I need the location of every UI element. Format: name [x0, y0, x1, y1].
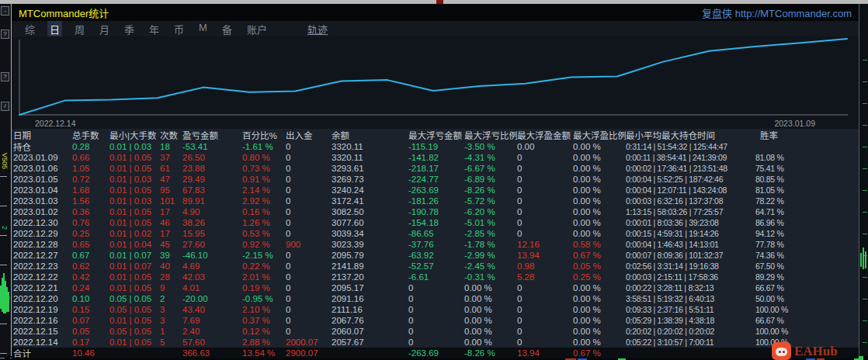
brand-link[interactable]: 复盘侠 http://MTCommander.com	[702, 5, 852, 20]
cell: -154.18	[408, 218, 464, 227]
table-row[interactable]: 2022.12.290.250.01 | 0.021715.950.53 %03…	[12, 228, 859, 239]
cell: 0	[517, 283, 573, 292]
cell: -37.76	[408, 240, 464, 249]
cell: 0.00 %	[573, 305, 626, 314]
cell: 0	[286, 305, 332, 314]
cell: 0.10	[72, 294, 109, 303]
table-row[interactable]: 2022.12.280.650.01 | 0.044527.600.92 %90…	[12, 239, 859, 250]
cell: 0	[286, 294, 332, 303]
table-row[interactable]: 2023.01.041.680.01 | 0.059567.832.14 %03…	[12, 185, 859, 196]
tab-日[interactable]: 日	[47, 21, 62, 37]
total-row-host: 合计10.46366.6313.54 %2900.07-263.69-8.26 …	[12, 348, 859, 358]
cell: 0.22 %	[242, 261, 286, 271]
cell-date: 持仓	[13, 140, 72, 153]
cell: 0.00 %	[464, 294, 517, 303]
background-toolbar-icon: -	[1, 6, 9, 16]
table-row[interactable]: 2022.12.270.670.01 | 0.0739-46.10-2.15 %…	[12, 250, 859, 261]
table-row[interactable]: 2022.12.160.070.01 | 0.0537.690.37 %0206…	[12, 315, 859, 326]
cell: 3240.24	[332, 185, 408, 195]
cell-date: 2023.01.04	[13, 185, 72, 195]
tab-周[interactable]: 周	[72, 21, 87, 37]
table-row[interactable]: 2022.12.220.420.01 | 0.052842.032.01 %02…	[12, 272, 859, 282]
cell: 4.69	[182, 261, 242, 271]
cell: 2095.79	[332, 251, 408, 260]
background-window-right-strip	[859, 4, 868, 360]
cell: 2.14 %	[242, 185, 286, 195]
table-row[interactable]: 2022.12.300.760.01 | 0.054638.261.26 %03…	[12, 217, 859, 228]
cell: 0.01 | 0.02	[109, 229, 160, 238]
tab-M[interactable]: M	[196, 21, 210, 37]
cell: 45	[160, 240, 182, 249]
tab-月[interactable]: 月	[97, 21, 112, 37]
cell: 0	[517, 153, 573, 162]
table-row[interactable]: 2023.01.050.720.01 | 0.034729.490.91 %03…	[12, 174, 859, 185]
cell: 81.08 %	[755, 153, 859, 162]
trail-link[interactable]: 轨迹	[307, 22, 328, 36]
tab-币[interactable]: 币	[172, 21, 186, 37]
table-row[interactable]: 2022.12.200.100.05 | 0.052-20.00-0.95 %0…	[12, 293, 859, 304]
tab-账户[interactable]: 账户	[245, 21, 269, 37]
cell: 0	[286, 272, 332, 282]
cell: 2.88 %	[242, 338, 286, 347]
cell-date: 2022.12.22	[13, 272, 72, 282]
tab-季[interactable]: 季	[122, 21, 137, 37]
cell: 0.00 %	[573, 153, 626, 162]
table-row[interactable]: 持仓0.280.01 | 0.0318-53.41-1.61 %03320.11…	[12, 141, 859, 152]
cell: 0	[408, 327, 464, 336]
table-row[interactable]: 2022.12.190.150.05 | 0.05343.402.10 %021…	[12, 304, 859, 315]
cell: 0.01 | 0.03	[109, 175, 160, 184]
total-row[interactable]: 合计10.46366.6313.54 %2900.07-263.69-8.26 …	[12, 348, 859, 358]
cell: 50.00 %	[755, 294, 859, 303]
cell: -141.82	[408, 153, 464, 162]
cell: 0.91 %	[242, 175, 286, 184]
table-row[interactable]: 2022.12.210.240.01 | 0.0594.010.19 %0209…	[12, 282, 859, 293]
cell: 0	[517, 338, 573, 347]
cumulative-return-line	[19, 39, 847, 115]
cell: -1.78 %	[464, 240, 517, 249]
cell: -8.26 %	[464, 348, 517, 358]
cell: 0:09:33 | 2:37:16 | 5:51:11	[626, 305, 755, 314]
cell: 80.85 %	[755, 175, 859, 184]
cell: 81.05 %	[755, 185, 859, 195]
background-toolbar-icon: ?	[1, 72, 9, 81]
background-candlesticks	[860, 247, 867, 273]
cell: 4.01	[182, 283, 242, 292]
cell: 2057.67	[332, 338, 408, 347]
cell: 57.60	[182, 338, 242, 347]
cell: 12.16	[517, 240, 573, 249]
table-row[interactable]: 2023.01.020.360.01 | 0.05174.900.16 %030…	[12, 206, 859, 217]
cell: 0.67 %	[573, 251, 626, 260]
cell: 0:00:03 | 2:15:11 | 17:58:36	[626, 272, 755, 282]
table-row[interactable]: 2022.12.140.170.01 | 0.05557.602.88 %200…	[12, 337, 859, 348]
cell: 5	[160, 338, 182, 347]
cell: 3293.61	[332, 164, 408, 173]
cell: 0	[286, 283, 332, 292]
table-row[interactable]: 2023.01.090.660.01 | 0.053726.500.80 %03…	[12, 152, 859, 163]
cell: 0.19 %	[242, 283, 286, 292]
tab-综[interactable]: 综	[23, 21, 37, 37]
cell-date: 2023.01.06	[13, 164, 72, 173]
cell: 95	[160, 185, 182, 195]
cell-date: 2022.12.20	[13, 294, 72, 303]
cell: 0.01 | 0.05	[109, 272, 160, 282]
cell: 5.28	[517, 272, 573, 282]
cell: 0:00:04 | 5:52:25 | 187:42:46	[626, 175, 755, 184]
cell-date: 2022.12.27	[13, 251, 72, 260]
table-row[interactable]: 2023.01.031.560.01 | 0.0310189.912.92 %0…	[12, 196, 859, 206]
cell: 3023.39	[332, 240, 408, 249]
cell-date: 2022.12.21	[13, 283, 72, 292]
table-row[interactable]: 2023.01.061.050.01 | 0.056123.880.73 %03…	[12, 163, 859, 174]
column-header: 最小平均最大持仓时间	[626, 129, 755, 141]
table-row[interactable]: 2022.12.150.050.05 | 0.0512.400.12 %0206…	[12, 326, 859, 337]
cell: 42.03	[182, 272, 242, 282]
cell: 2.40	[182, 327, 242, 336]
cell: 0.62	[72, 261, 109, 271]
cell: 0	[408, 283, 464, 292]
cell: 0.00 %	[573, 294, 626, 303]
cell: 2	[160, 294, 182, 303]
tab-备[interactable]: 备	[220, 21, 234, 37]
tab-年[interactable]: 年	[147, 21, 161, 37]
table-row[interactable]: 2022.12.230.620.01 | 0.07404.690.22 %021…	[12, 261, 859, 272]
title-bar[interactable]: MTCommander统计 复盘侠 http://MTCommander.com	[12, 4, 859, 21]
cell: 0.25 %	[573, 272, 626, 282]
